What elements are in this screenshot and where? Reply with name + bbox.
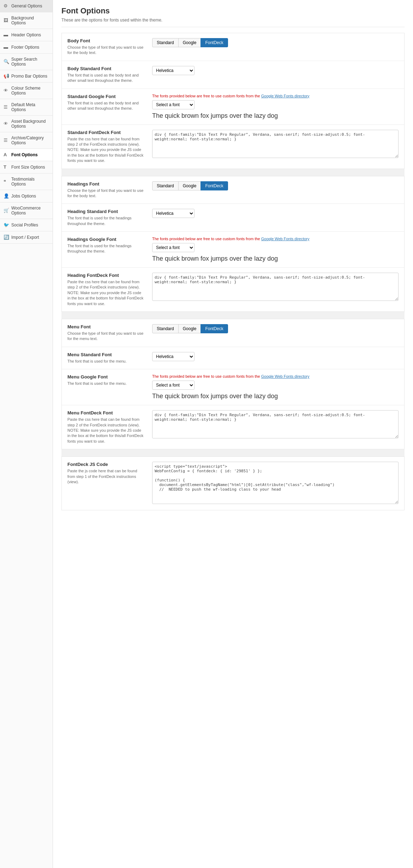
menu-standard-font-title: Menu Standard Font bbox=[67, 352, 145, 357]
jobs-icon: 👤 bbox=[4, 193, 9, 199]
body-standard-font-control: Helvetica bbox=[152, 66, 399, 75]
sidebar-item-header[interactable]: ▬ Header Options bbox=[0, 29, 53, 41]
menu-fontdeck-font-control bbox=[152, 410, 399, 439]
sidebar-item-woocommerce[interactable]: 🛒 WooCommerce Options bbox=[0, 202, 53, 219]
image-icon: 🖼 bbox=[4, 18, 9, 23]
headings-font-section: Headings Font Choose the type of font th… bbox=[61, 176, 405, 312]
headings-font-google-btn[interactable]: Google bbox=[178, 181, 201, 190]
header-icon: ▬ bbox=[4, 32, 9, 38]
headings-font-desc: Choose the type of font that you want to… bbox=[67, 188, 145, 199]
body-standard-font-label-col: Body Standard Font The font that is used… bbox=[67, 66, 152, 84]
body-font-control: Standard Google FontDeck bbox=[152, 38, 399, 47]
body-font-google-btn[interactable]: Google bbox=[178, 38, 201, 47]
menu-font-row: Menu Font Choose the type of font that y… bbox=[62, 319, 404, 347]
menu-font-standard-btn[interactable]: Standard bbox=[152, 324, 179, 333]
sidebar-item-colourscheme[interactable]: 👁 Colour Scheme Options bbox=[0, 83, 53, 99]
sidebar-item-archivecategory[interactable]: ☰ Archive/Category Options bbox=[0, 132, 53, 149]
fontdeck-js-textarea[interactable] bbox=[152, 462, 399, 504]
menu-fontdeck-font-textarea[interactable] bbox=[152, 410, 399, 438]
sidebar: ⚙ General Options 🖼 Background Options ▬… bbox=[0, 0, 53, 868]
main-content: Font Options These are the options for f… bbox=[53, 0, 413, 868]
menu-font-google-btn[interactable]: Google bbox=[178, 324, 201, 333]
standard-google-font-preview: The quick brown fox jumps over the lazy … bbox=[152, 112, 399, 120]
headings-google-font-desc: The font that is used for the headings t… bbox=[67, 243, 145, 254]
standard-google-font-label-col: Standard Google Font The font that is us… bbox=[67, 94, 152, 111]
sidebar-item-importexport[interactable]: 🔄 Import / Export bbox=[0, 231, 53, 244]
sidebar-item-fontsize[interactable]: T Font Size Options bbox=[0, 161, 53, 174]
eye-icon: 👁 bbox=[4, 88, 9, 93]
headings-font-fontdeck-btn[interactable]: FontDeck bbox=[200, 181, 228, 190]
menu-standard-font-desc: The font that is used for the menu. bbox=[67, 359, 145, 364]
sidebar-item-assetbg[interactable]: 👁 Asset Background Options bbox=[0, 116, 53, 132]
heading-fontdeck-font-control bbox=[152, 273, 399, 302]
headings-google-web-fonts-link[interactable]: Google Web Fonts directory bbox=[261, 237, 310, 241]
search-icon: 🔍 bbox=[4, 59, 9, 65]
page-subtitle: These are the options for fonts used wit… bbox=[61, 18, 405, 27]
heading-standard-font-select[interactable]: Helvetica bbox=[152, 209, 194, 218]
sidebar-item-footer[interactable]: ▬ Footer Options bbox=[0, 41, 53, 54]
menu-fontdeck-font-title: Menu FontDeck Font bbox=[67, 410, 145, 415]
sidebar-item-general[interactable]: ⚙ General Options bbox=[0, 0, 53, 12]
menu-font-fontdeck-btn[interactable]: FontDeck bbox=[200, 324, 228, 333]
sidebar-item-font[interactable]: A Font Options bbox=[0, 149, 53, 161]
fontdeck-js-control bbox=[152, 462, 399, 505]
sidebar-item-defaultmeta[interactable]: ☰ Default Meta Options bbox=[0, 99, 53, 116]
body-font-section: Body Font Choose the type of font that y… bbox=[61, 33, 405, 169]
body-font-desc: Choose the type of font that you want to… bbox=[67, 45, 145, 56]
body-standard-font-desc: The font that is used as the body text a… bbox=[67, 73, 145, 84]
standard-google-font-control: The fonts provided below are free to use… bbox=[152, 94, 399, 120]
headings-google-font-select[interactable]: Select a font bbox=[152, 243, 194, 252]
body-font-standard-btn[interactable]: Standard bbox=[152, 38, 179, 47]
standard-fontdeck-font-control bbox=[152, 130, 399, 159]
heading-fontdeck-font-desc: Paste the css here that can be found fro… bbox=[67, 279, 145, 306]
sidebar-item-socialprofiles[interactable]: 🐦 Social Profiles bbox=[0, 219, 53, 231]
testimonials-icon: ❝ bbox=[4, 179, 9, 184]
body-standard-font-select[interactable]: Helvetica bbox=[152, 66, 194, 75]
sidebar-item-promobar[interactable]: 📢 Promo Bar Options bbox=[0, 70, 53, 83]
menu-standard-font-select[interactable]: Helvetica bbox=[152, 352, 194, 361]
google-notice-body: The fonts provided below are free to use… bbox=[152, 94, 399, 98]
sidebar-item-supersearch[interactable]: 🔍 Super Search Options bbox=[0, 54, 53, 70]
social-icon: 🐦 bbox=[4, 222, 9, 228]
menu-fontdeck-font-row: Menu FontDeck Font Paste the css here th… bbox=[62, 405, 404, 449]
headings-font-row: Headings Font Choose the type of font th… bbox=[62, 176, 404, 204]
headings-google-font-control: The fonts provided below are free to use… bbox=[152, 237, 399, 262]
sidebar-item-background[interactable]: 🖼 Background Options bbox=[0, 12, 53, 29]
standard-google-font-select[interactable]: Select a font bbox=[152, 100, 194, 109]
standard-fontdeck-font-desc: Paste the css here that can be found fro… bbox=[67, 136, 145, 164]
archive-icon: ☰ bbox=[4, 138, 9, 143]
heading-fontdeck-font-label-col: Heading FontDeck Font Paste the css here… bbox=[67, 273, 152, 306]
body-font-btn-group: Standard Google FontDeck bbox=[152, 38, 399, 47]
heading-standard-font-label-col: Heading Standard Font The font that is u… bbox=[67, 209, 152, 226]
menu-google-font-select[interactable]: Select a font bbox=[152, 381, 194, 390]
headings-google-font-preview: The quick brown fox jumps over the lazy … bbox=[152, 255, 399, 262]
headings-google-font-label-col: Headings Google Font The font that is us… bbox=[67, 237, 152, 254]
menu-google-web-fonts-link[interactable]: Google Web Fonts directory bbox=[261, 374, 310, 378]
heading-fontdeck-font-title: Heading FontDeck Font bbox=[67, 273, 145, 278]
standard-fontdeck-font-row: Standard FontDeck Font Paste the css her… bbox=[62, 125, 404, 169]
google-web-fonts-link[interactable]: Google Web Fonts directory bbox=[261, 94, 310, 98]
sidebar-item-jobs[interactable]: 👤 Jobs Options bbox=[0, 190, 53, 202]
list-icon: ☰ bbox=[4, 104, 9, 110]
spacer-1 bbox=[61, 169, 405, 176]
gear-icon: ⚙ bbox=[4, 3, 9, 9]
heading-standard-font-control: Helvetica bbox=[152, 209, 399, 218]
heading-fontdeck-font-row: Heading FontDeck Font Paste the css here… bbox=[62, 268, 404, 311]
footer-icon: ▬ bbox=[4, 44, 9, 50]
heading-standard-font-row: Heading Standard Font The font that is u… bbox=[62, 204, 404, 232]
body-standard-font-title: Body Standard Font bbox=[67, 66, 145, 71]
cart-icon: 🛒 bbox=[4, 208, 9, 213]
standard-google-font-row: Standard Google Font The font that is us… bbox=[62, 89, 404, 125]
menu-font-section: Menu Font Choose the type of font that y… bbox=[61, 319, 405, 449]
import-export-icon: 🔄 bbox=[4, 235, 9, 240]
heading-fontdeck-font-textarea[interactable] bbox=[152, 273, 399, 301]
standard-fontdeck-font-textarea[interactable] bbox=[152, 130, 399, 158]
assetbg-icon: 👁 bbox=[4, 121, 9, 127]
body-font-row: Body Font Choose the type of font that y… bbox=[62, 33, 404, 61]
heading-standard-font-title: Heading Standard Font bbox=[67, 209, 145, 214]
headings-font-standard-btn[interactable]: Standard bbox=[152, 181, 179, 190]
body-font-fontdeck-btn[interactable]: FontDeck bbox=[200, 38, 228, 47]
menu-google-font-control: The fonts provided below are free to use… bbox=[152, 374, 399, 400]
menu-google-font-title: Menu Google Font bbox=[67, 374, 145, 380]
sidebar-item-testimonials[interactable]: ❝ Testimonials Options bbox=[0, 174, 53, 190]
